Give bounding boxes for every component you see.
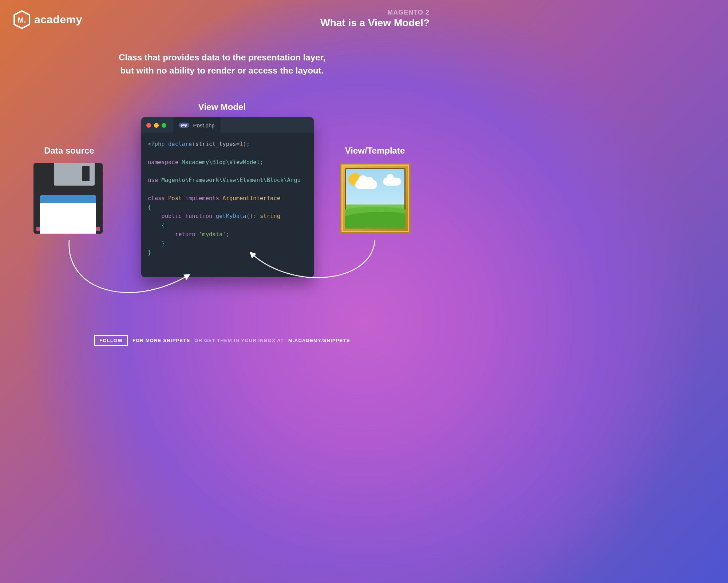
close-icon [146, 123, 151, 128]
picture-frame-icon [340, 163, 411, 234]
view-model-label: View Model [0, 102, 444, 112]
window-titlebar: php Post.php [141, 117, 314, 133]
file-tab-name: Post.php [193, 122, 214, 128]
floppy-disk-icon [33, 163, 103, 234]
maximize-icon [162, 123, 166, 128]
header-category: MAGENTO 2 [320, 9, 430, 16]
follow-button[interactable]: FOLLOW [94, 335, 128, 346]
subtitle: Class that provides data to the presenta… [0, 51, 444, 77]
traffic-lights [146, 123, 166, 128]
view-template-label: View/Template [328, 146, 422, 156]
footer: FOLLOW FOR MORE SNIPPETS OR GET THEM IN … [0, 335, 444, 346]
data-source-label: Data source [22, 146, 116, 156]
header: MAGENTO 2 What is a View Model? [320, 9, 430, 29]
code-content: <?php declare(strict_types=1); namespace… [141, 133, 314, 277]
svg-text:M.: M. [17, 16, 26, 24]
footer-url[interactable]: M.ACADEMY/SNIPPETS [288, 338, 350, 343]
subtitle-line-1: Class that provides data to the presenta… [0, 51, 444, 64]
code-window: php Post.php <?php declare(strict_types=… [141, 117, 314, 277]
footer-for-more: FOR MORE SNIPPETS [132, 338, 190, 343]
minimize-icon [154, 123, 159, 128]
header-title: What is a View Model? [320, 17, 430, 29]
subtitle-line-2: but with no ability to render or access … [0, 64, 444, 77]
footer-or-get: OR GET THEM IN YOUR INBOX AT [194, 338, 284, 343]
php-badge-icon: php [179, 123, 189, 128]
file-tab: php Post.php [173, 117, 221, 133]
brand-logo: M. academy [13, 10, 82, 29]
brand-text: academy [34, 13, 82, 26]
hexagon-m-icon: M. [13, 10, 31, 29]
